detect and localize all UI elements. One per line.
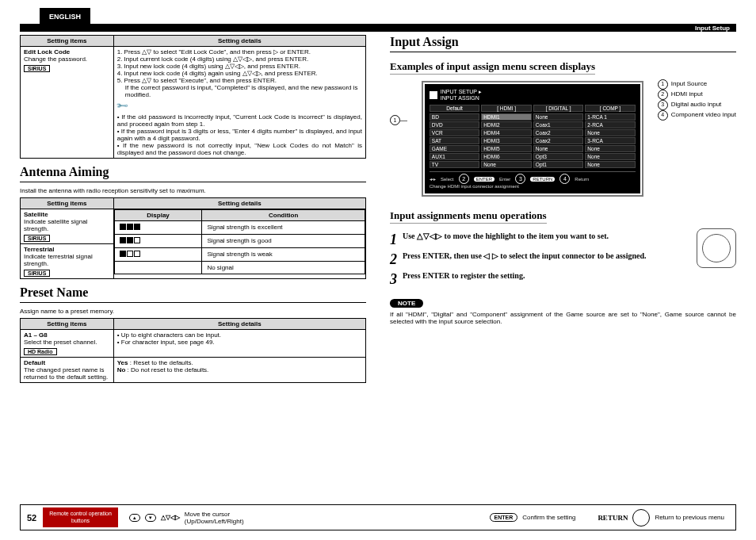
callout-3: 3 <box>515 174 525 184</box>
lock-bullet: • If the new password is not correctly i… <box>117 142 362 156</box>
lock-step: 2. Input current lock code (4 digits) us… <box>117 56 362 63</box>
label: Default <box>24 359 45 366</box>
osd-cell: None <box>481 161 532 168</box>
opt: No <box>117 366 126 373</box>
enter-text: Confirm the setting <box>522 514 575 521</box>
th: Setting details <box>113 319 365 330</box>
label: A1 – G8 <box>24 331 48 339</box>
edit-lock-table: Setting itemsSetting details Edit Lock C… <box>20 35 366 159</box>
step-text: Press ENTER to register the setting. <box>403 271 682 280</box>
osd-cell: AUX1 <box>430 153 480 160</box>
return-text: Return to previous menu <box>655 514 724 521</box>
lock-item-cell: Edit Lock Code Change the password. SIRI… <box>21 47 114 159</box>
preset-r2: DefaultThe changed preset name is return… <box>21 358 114 383</box>
osd-cell: HDMI5 <box>481 145 532 152</box>
preset-heading: Preset Name <box>20 285 366 300</box>
osd-cell: HDMI4 <box>481 129 532 136</box>
th: Condition <box>202 210 365 221</box>
osd-cell: Coax2 <box>533 137 584 144</box>
note-label: NOTE <box>390 299 423 308</box>
header-bar: Input Setup <box>20 24 736 32</box>
osd-icon <box>430 91 437 99</box>
button-v-icon: ▾ <box>145 514 156 522</box>
lock-item-title: Edit Lock Code <box>24 48 70 56</box>
osd-cell: Coax1 <box>533 121 584 128</box>
cond: No signal <box>202 262 365 274</box>
lock-step: 3. Input new lock code (4 digits) using … <box>117 63 362 70</box>
antenna-sat-cell: SatelliteIndicate satellite signal stren… <box>21 209 114 244</box>
cond: Signal strength is excellent <box>202 221 365 235</box>
button-a-icon: ▴ <box>129 514 140 522</box>
preset-r1: A1 – G8Select the preset channel.HD Radi… <box>21 330 114 358</box>
osd-cell: HDMI1 <box>481 113 532 121</box>
osd-cell: Opt3 <box>533 153 584 160</box>
osd-foot-lbl: Select <box>441 177 454 182</box>
signal-bars-icon <box>120 251 140 257</box>
cursor-text: Move the cursor(Up/Down/Left/Right) <box>185 511 244 525</box>
lock-step: 1. Press △▽ to select "Edit Lock Code", … <box>117 48 362 56</box>
legend-num: 1 <box>658 79 668 90</box>
osd-cell: Opt1 <box>533 161 584 168</box>
step-text: Press ENTER, then use ◁ ▷ to select the … <box>403 251 682 260</box>
lock-details-cell: 1. Press △▽ to select "Edit Lock Code", … <box>113 47 365 159</box>
osd-cell: HDMI6 <box>481 153 532 160</box>
right-column: Input Assign Examples of input assign me… <box>390 35 736 383</box>
label: Terrestrial <box>24 246 55 253</box>
legend-text: Digital audio input <box>671 100 722 110</box>
legend-num: 4 <box>658 110 668 121</box>
signal-table-cell: DisplayCondition Signal strength is exce… <box>113 209 365 279</box>
osd-cell: 2-RCA <box>585 121 636 128</box>
label: Satellite <box>24 211 48 218</box>
wrench-icon: 🔧 <box>116 99 128 112</box>
desc: Indicate satellite signal strength. <box>24 218 88 232</box>
osd-cell: 1-RCA 1 <box>585 113 636 121</box>
lock-bullet: • If the password input is 3 digits or l… <box>117 128 362 142</box>
osd-cell: None <box>585 129 636 136</box>
osd-cell: SAT <box>430 137 480 144</box>
opt-t: : Do not reset to the defaults. <box>125 366 208 373</box>
sirius-badge: SIRIUS <box>24 235 50 242</box>
lock-step: 5. Press △▽ to select "Execute", and the… <box>117 77 362 84</box>
input-assign-heading: Input Assign <box>390 35 736 49</box>
signal-bars-icon <box>120 237 140 243</box>
osd-cell: None <box>533 145 584 152</box>
step-number: 3 <box>390 271 403 288</box>
examples-subheading: Examples of input assign menu screen dis… <box>390 60 595 75</box>
lock-bullet: • If the old password is incorrectly inp… <box>117 113 362 128</box>
osd-cell: HDMI3 <box>481 137 532 144</box>
lock-step-note: If the correct password is input, "Compl… <box>117 84 362 98</box>
osd-screen: INPUT SETUP ▸ INPUT ASSIGN Default [ HDM… <box>423 82 642 195</box>
footer-bar: 52 Remote control operationbuttons ▴ ▾ △… <box>20 504 736 530</box>
osd-breadcrumb: INPUT SETUP ▸ <box>441 89 482 95</box>
osd-cell: BD <box>430 113 480 121</box>
callout-4: 4 <box>559 174 570 184</box>
step-text: Use △▽◁▷ to move the highlight to the it… <box>403 232 682 240</box>
th: Setting details <box>113 198 365 209</box>
antenna-terr-cell: TerrestrialIndicate terrestrial signal s… <box>21 244 114 279</box>
osd-head: Default <box>430 105 480 112</box>
operations-subheading: Input assignments menu operations <box>390 209 547 224</box>
step-number: 1 <box>390 232 403 248</box>
hdradio-badge: HD Radio <box>24 348 57 355</box>
osd-header-row: Default [ HDMI ] [ DIGITAL ] [ COMP ] <box>430 104 636 113</box>
osd-foot-help: Change HDMI input connector assignment <box>430 184 636 189</box>
th-items: Setting items <box>21 36 114 47</box>
legend-num: 2 <box>658 90 668 100</box>
lock-item-desc: Change the password. <box>24 56 87 63</box>
antenna-heading: Antenna Aiming <box>20 165 366 179</box>
osd-legend: 1Input Source 2HDMI input 3Digital audio… <box>658 79 736 121</box>
legend-text: HDMI input <box>671 90 703 100</box>
osd-cell: Coax2 <box>533 129 584 136</box>
top-bar: ENGLISH <box>20 8 736 24</box>
osd-cell: 3-RCA <box>585 137 636 144</box>
osd-foot-lbl: Return <box>575 177 589 182</box>
sirius-badge: SIRIUS <box>24 65 50 72</box>
note-text: If all "HDMI", "Digital" and "Component"… <box>390 311 736 325</box>
preset-intro: Assign name to a preset memory. <box>20 308 366 315</box>
osd-cell: DVD <box>430 121 480 128</box>
lock-step: 4. Input new lock code (4 digits) again … <box>117 70 362 77</box>
preset-table: Setting itemsSetting details A1 – G8Sele… <box>20 318 366 383</box>
osd-cell: None <box>585 161 636 168</box>
th: Setting items <box>21 319 114 330</box>
osd-cell: None <box>585 153 636 160</box>
